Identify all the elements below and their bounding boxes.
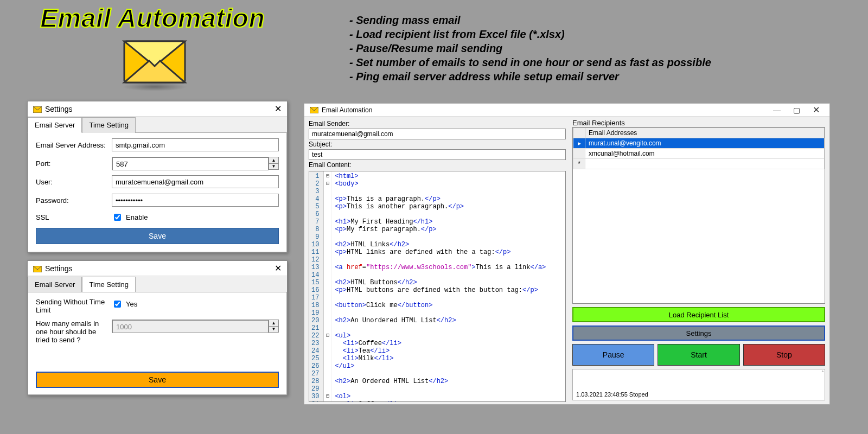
spin-down-button[interactable]: ▼ [269,327,278,333]
close-button[interactable]: ✕ [808,104,824,116]
per-hour-input[interactable] [112,320,269,333]
label-no-time-limit: Sending Without Time Limit [36,298,106,314]
spin-down-button[interactable]: ▼ [269,164,278,170]
editor-fold-column: ⊟⊟⊟⊟ [324,171,331,401]
save-button[interactable]: Save [36,372,279,388]
grid-row-indicator[interactable] [573,149,585,159]
grid-new-row-indicator[interactable]: * [573,159,585,169]
grid-row-header [573,128,585,138]
label-per-hour: How many emails in one hour should be tr… [36,320,106,344]
scroll-up-icon[interactable]: ˆ [822,371,824,376]
no-time-limit-checkbox[interactable] [114,301,121,308]
label-subject: Subject: [309,141,566,148]
server-address-input[interactable] [112,138,279,151]
label-sender: Email Sender: [309,120,566,127]
window-title: Email Automation [322,106,372,114]
label-port: Port: [36,159,106,168]
save-button[interactable]: Save [36,228,279,244]
password-input[interactable] [112,194,279,207]
feature-list: - Sending mass email - Load recipient li… [349,13,711,84]
editor-gutter: 1 2 3 4 5 6 7 8 9 10 11 12 13 14 15 16 1… [309,171,324,401]
maximize-button[interactable]: ▢ [788,104,805,116]
grid-column-header[interactable]: Email Addresses [585,128,825,138]
label-password: Password: [36,196,106,205]
tab-time-setting[interactable]: Time Setting [82,277,136,292]
mail-icon [33,265,42,272]
grid-row-indicator[interactable]: ▸ [573,138,585,149]
label-content: Email Content: [309,161,566,169]
grid-cell[interactable]: murat.unal@vengito.com [585,138,825,149]
close-button[interactable]: ✕ [275,263,282,273]
subject-input[interactable] [309,149,566,160]
window-title: Settings [45,264,73,273]
start-button[interactable]: Start [658,344,739,366]
load-recipient-list-button[interactable]: Load Recipient List [572,307,825,322]
user-input[interactable] [112,175,279,188]
mail-icon [310,107,318,113]
settings-button[interactable]: Settings [572,326,825,341]
tab-time-setting[interactable]: Time Setting [82,117,136,133]
grid-cell[interactable]: xmcunal@hotmail.com [585,149,825,159]
main-window: Email Automation — ▢ ✕ Email Sender: Sub… [304,103,830,405]
port-input[interactable] [112,157,269,170]
icon-shadow [122,82,187,91]
tab-email-server[interactable]: Email Server [28,277,82,292]
feature-item: - Load recipient list from Excel file (*… [349,27,711,41]
code-editor[interactable]: 1 2 3 4 5 6 7 8 9 10 11 12 13 14 15 16 1… [309,171,566,402]
ssl-checkbox[interactable] [114,214,121,221]
page-title: Email Automation [40,3,265,33]
feature-item: - Pause/Resume mail sending [349,41,711,55]
spin-up-button[interactable]: ▲ [269,320,278,327]
label-user: User: [36,178,106,186]
settings-window-time: Settings ✕ Email Server Time Setting Sen… [27,260,288,395]
log-line: 1.03.2021 23:48:55 Stoped [576,391,821,398]
grid-cell[interactable] [585,159,825,169]
close-button[interactable]: ✕ [275,104,282,114]
log-panel[interactable]: ˆ 1.03.2021 23:48:55 Stoped 1.03.2021 23… [572,369,825,400]
editor-code[interactable]: <html> <body> <p>This is a paragraph.</p… [331,171,549,401]
spin-up-button[interactable]: ▲ [269,157,278,164]
label-recipients: Email Recipients [572,119,825,127]
tab-email-server[interactable]: Email Server [28,117,82,133]
window-title: Settings [45,105,73,113]
ssl-enable-label: Enable [126,213,148,221]
sender-input[interactable] [309,129,566,139]
pause-button[interactable]: Pause [572,344,654,366]
label-server-address: Email Server Address: [36,141,106,149]
feature-item: - Set number of emails to send in one ho… [349,55,711,69]
recipients-grid[interactable]: Email Addresses ▸ murat.unal@vengito.com… [572,127,825,304]
label-ssl: SSL [36,213,106,221]
settings-window-server: Settings ✕ Email Server Time Setting Ema… [27,101,288,253]
yes-label: Yes [126,300,137,308]
feature-item: - Sending mass email [349,13,711,27]
stop-button[interactable]: Stop [743,344,825,366]
minimize-button[interactable]: — [769,104,785,116]
mail-icon [33,106,42,112]
feature-item: - Ping email server address while setup … [349,69,711,84]
